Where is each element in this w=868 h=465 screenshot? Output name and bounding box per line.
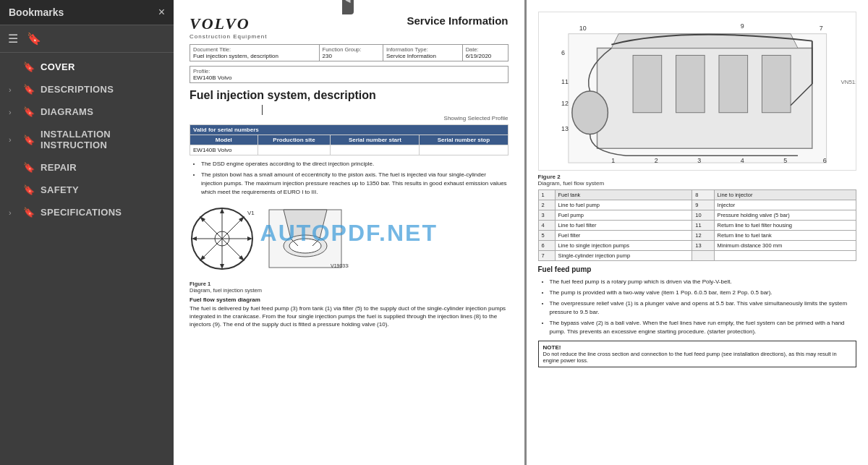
flow-table-cell: 11: [692, 221, 714, 231]
fuel-flow-diagram-title: Fuel flow system diagram: [190, 297, 509, 303]
toolbar-menu-button[interactable]: ☰: [6, 30, 20, 48]
fuel-bullet-4: The bypass valve (2) is a ball valve. Wh…: [550, 319, 857, 336]
fuel-pump-bullets: The fuel feed pump is a rotary pump whic…: [550, 278, 857, 336]
svg-text:7: 7: [819, 25, 822, 32]
bullet-2: The piston bowl has a small amount of ec…: [201, 171, 509, 197]
flow-table-cell: 1: [538, 190, 555, 200]
sidebar-item-label: DIAGRAMS: [41, 106, 93, 117]
svg-rect-25: [762, 55, 791, 112]
flow-table-cell: [714, 251, 856, 261]
sidebar-item-repair[interactable]: 🔖REPAIR: [0, 156, 174, 179]
bookmark-icon: 🔖: [23, 184, 35, 195]
toolbar-bookmark-button[interactable]: 🔖: [25, 30, 43, 48]
note-text: Do not reduce the line cross section and…: [543, 351, 852, 364]
bookmark-icon: 🔖: [23, 135, 35, 145]
flow-table-cell: Injector: [714, 200, 856, 210]
svg-text:1: 1: [611, 157, 615, 164]
svg-rect-23: [676, 55, 705, 112]
cursor-indicator: [262, 105, 263, 115]
document-info-table: Document Title: Fuel injection system, d…: [190, 44, 509, 61]
flow-table-cell: 10: [692, 210, 714, 221]
flow-table-cell: Fuel pump: [555, 210, 692, 221]
flow-table-row: 5Fuel filter12Return line to fuel tank: [538, 231, 856, 241]
serial-model: EW140B Volvo: [190, 145, 258, 155]
figure2-sub: Diagram, fuel flow system: [538, 180, 605, 187]
flow-table-cell: Pressure holding valve (5 bar): [714, 210, 856, 221]
date-label: Date:: [466, 46, 479, 53]
showing-profile: Showing Selected Profile: [190, 115, 509, 121]
serial-numbers-table: Valid for serial numbers Model Productio…: [190, 124, 509, 155]
flow-table-cell: Line to injector: [714, 190, 856, 200]
svg-point-28: [571, 91, 608, 134]
main-content: VOLVO Construction Equipment Service Inf…: [174, 0, 868, 465]
svg-text:2: 2: [654, 157, 658, 164]
serial-start: [331, 145, 420, 155]
serial-stop: [420, 145, 508, 155]
flow-table-row: 1Fuel tank8Line to injector: [538, 190, 856, 200]
description-bullets: The DSD engine operates according to the…: [201, 160, 509, 197]
svg-text:6: 6: [822, 157, 826, 164]
circle-diagram-svg: V1903983: [190, 206, 255, 271]
page-divider: [524, 0, 527, 465]
svg-text:6: 6: [561, 49, 564, 56]
chevron-icon: ›: [9, 108, 17, 116]
info-type-label: Information Type:: [386, 46, 428, 53]
svg-text:11: 11: [561, 78, 568, 85]
col-production: Production site: [258, 135, 331, 145]
doc-title-label: Document Title:: [193, 46, 231, 53]
flow-table-cell: Line to fuel filter: [555, 221, 692, 231]
sidebar-title: Bookmarks: [9, 7, 64, 18]
volvo-logo: VOLVO: [190, 14, 267, 33]
sidebar-close-button[interactable]: ×: [158, 6, 165, 19]
left-page: VOLVO Construction Equipment Service Inf…: [174, 0, 524, 465]
chevron-icon: ›: [9, 135, 17, 144]
svg-text:4: 4: [740, 157, 744, 164]
flow-table-row: 7Single-cylinder injection pump: [538, 251, 856, 261]
flow-table: 1Fuel tank8Line to injector2Line to fuel…: [538, 189, 857, 261]
svg-text:10: 10: [579, 25, 586, 32]
flow-table-cell: Line to single injection pumps: [555, 241, 692, 251]
diagram-area: V1903983 V1903381: [190, 202, 509, 275]
sidebar-item-specifications[interactable]: ›🔖SPECIFICATIONS: [0, 201, 174, 223]
col-model: Model: [190, 135, 258, 145]
sidebar-item-safety[interactable]: 🔖SAFETY: [0, 179, 174, 201]
right-page: 10 9 7 6 11 12 13 1 2 3 4 5 6 VN512920 F…: [527, 0, 869, 465]
bookmark-icon: 🔖: [23, 61, 35, 72]
fuel-bullet-3: The overpressure relief valve (1) is a p…: [550, 299, 857, 317]
col-serial-stop: Serial number stop: [420, 135, 508, 145]
flow-table-cell: 8: [692, 190, 714, 200]
note-title: NOTE!: [543, 344, 852, 351]
sidebar-item-installation[interactable]: ›🔖INSTALLATION INSTRUCTION: [0, 123, 174, 156]
sidebar-nav: 🔖COVER›🔖DESCRIPTIONS›🔖DIAGRAMS›🔖INSTALLA…: [0, 53, 174, 465]
func-group-value: 230: [323, 53, 332, 59]
svg-point-17: [289, 239, 321, 253]
figure1-sub: Diagram, fuel injection system: [190, 287, 262, 294]
profile-value: EW140B Volvo: [193, 74, 231, 81]
note-box: NOTE! Do not reduce the line cross secti…: [538, 341, 857, 367]
sidebar-header: Bookmarks ×: [0, 0, 174, 25]
serial-prod: [258, 145, 331, 155]
flow-table-cell: Minimum distance 300 mm: [714, 241, 856, 251]
svg-text:V1903983: V1903983: [247, 210, 255, 216]
volvo-logo-area: VOLVO Construction Equipment: [190, 14, 267, 40]
collapse-sidebar-button[interactable]: ◄: [342, 0, 354, 14]
doc-title-value: Fuel injection system, description: [193, 53, 278, 59]
flow-table-cell: 4: [538, 221, 555, 231]
fuel-pump-title: Fuel feed pump: [538, 265, 857, 273]
flow-table-cell: 5: [538, 231, 555, 241]
flow-table-cell: 3: [538, 210, 555, 221]
info-type-value: Service Information: [386, 53, 436, 59]
sidebar-item-diagrams[interactable]: ›🔖DIAGRAMS: [0, 101, 174, 123]
flow-table-row: 3Fuel pump10Pressure holding valve (5 ba…: [538, 210, 856, 221]
sidebar-item-descriptions[interactable]: ›🔖DESCRIPTIONS: [0, 78, 174, 101]
flow-table-cell: Fuel tank: [555, 190, 692, 200]
flow-table-cell: Return line to fuel tank: [714, 231, 856, 241]
fuel-bullet-1: The fuel feed pump is a rotary pump whic…: [550, 278, 857, 286]
serial-header: Valid for serial numbers: [190, 125, 509, 135]
engine-diagram-svg: 10 9 7 6 11 12 13 1 2 3 4 5 6 VN512920: [539, 12, 856, 170]
func-group-label: Function Group:: [323, 46, 362, 53]
sidebar-item-cover[interactable]: 🔖COVER: [0, 56, 174, 78]
svg-rect-24: [718, 55, 747, 112]
bullet-1: The DSD engine operates according to the…: [201, 160, 509, 168]
svg-text:9: 9: [740, 22, 744, 30]
